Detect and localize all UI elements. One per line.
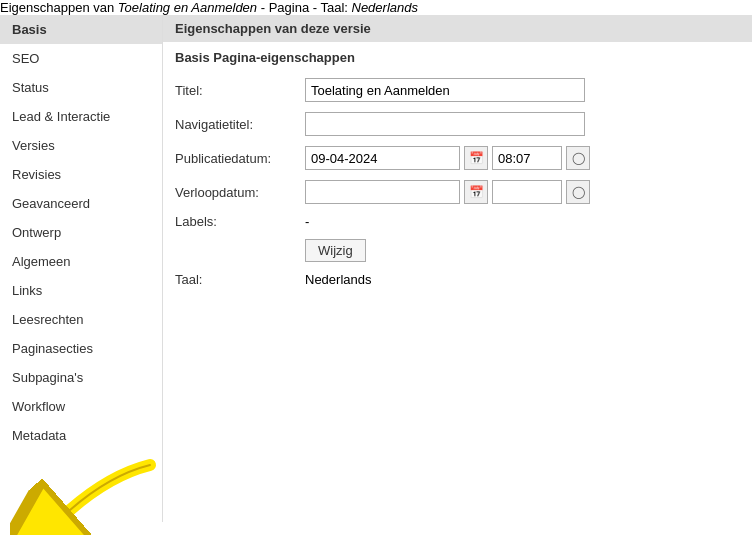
taal-row: Taal: Nederlands [175, 267, 740, 292]
sidebar-item-workflow[interactable]: Workflow [0, 392, 162, 421]
sidebar-item-status[interactable]: Status [0, 73, 162, 102]
sidebar-item-versies[interactable]: Versies [0, 131, 162, 160]
sidebar-item-subpagina-s[interactable]: Subpagina's [0, 363, 162, 392]
titel-label: Titel: [175, 83, 305, 98]
sidebar-item-seo[interactable]: SEO [0, 44, 162, 73]
publicatiedatum-label: Publicatiedatum: [175, 151, 305, 166]
taal-value: Nederlands [305, 272, 740, 287]
verloopdtijd-input[interactable] [492, 180, 562, 204]
taal-label: Taal: [175, 272, 305, 287]
sidebar-item-ontwerp[interactable]: Ontwerp [0, 218, 162, 247]
navigatietitel-row: Navigatietitel: [175, 107, 740, 141]
verloopdatum-value: 📅 ◯ [305, 180, 740, 204]
sidebar-item-geavanceerd[interactable]: Geavanceerd [0, 189, 162, 218]
sidebar-item-algemeen[interactable]: Algemeen [0, 247, 162, 276]
wijzig-button[interactable]: Wijzig [305, 239, 366, 262]
header-language-italic: Nederlands [352, 0, 419, 15]
verloopdatum-row: Verloopdatum: 📅 ◯ [175, 175, 740, 209]
sidebar-item-lead---interactie[interactable]: Lead & Interactie [0, 102, 162, 131]
main-layout: BasisSEOStatusLead & InteractieVersiesRe… [0, 15, 752, 522]
publicatiedatum-row: Publicatiedatum: 📅 ◯ [175, 141, 740, 175]
wijzig-value: Wijzig [305, 239, 740, 262]
publicatietijd-input[interactable] [492, 146, 562, 170]
section-header: Eigenschappen van deze versie [163, 15, 752, 42]
publicatietijd-clock-icon[interactable]: ◯ [566, 146, 590, 170]
verloopdatum-label: Verloopdatum: [175, 185, 305, 200]
verloopdtijd-clock-icon[interactable]: ◯ [566, 180, 590, 204]
date-time-row: 📅 ◯ [305, 146, 740, 170]
content-area: Eigenschappen van deze versie Basis Pagi… [163, 15, 752, 522]
labels-value: - [305, 214, 740, 229]
sidebar-item-paginasecties[interactable]: Paginasecties [0, 334, 162, 363]
verloopdatum-input[interactable] [305, 180, 460, 204]
sidebar-item-revisies[interactable]: Revisies [0, 160, 162, 189]
labels-row: Labels: - [175, 209, 740, 234]
form-table: Titel: Navigatietitel: Publicatiedatum: … [163, 69, 752, 296]
verloopdatum-calendar-icon[interactable]: 📅 [464, 180, 488, 204]
taal-text: Nederlands [305, 272, 372, 287]
header-text: Eigenschappen van Toelating en Aanmelden… [0, 0, 418, 15]
publicatiedatum-calendar-icon[interactable]: 📅 [464, 146, 488, 170]
titel-row: Titel: [175, 73, 740, 107]
page-header: Eigenschappen van Toelating en Aanmelden… [0, 0, 752, 15]
header-title-italic: Toelating en Aanmelden [118, 0, 257, 15]
section-subheader: Basis Pagina-eigenschappen [163, 42, 752, 69]
titel-value [305, 78, 740, 102]
wijzig-row: Wijzig [175, 234, 740, 267]
sidebar-item-leesrechten[interactable]: Leesrechten [0, 305, 162, 334]
sidebar-item-basis[interactable]: Basis [0, 15, 162, 44]
navigatietitel-value [305, 112, 740, 136]
labels-label: Labels: [175, 214, 305, 229]
sidebar-item-metadata[interactable]: Metadata [0, 421, 162, 450]
navigatietitel-label: Navigatietitel: [175, 117, 305, 132]
sidebar: BasisSEOStatusLead & InteractieVersiesRe… [0, 15, 163, 522]
labels-dash: - [305, 214, 309, 229]
sidebar-item-links[interactable]: Links [0, 276, 162, 305]
publicatiedatum-input[interactable] [305, 146, 460, 170]
publicatiedatum-value: 📅 ◯ [305, 146, 740, 170]
titel-input[interactable] [305, 78, 585, 102]
navigatietitel-input[interactable] [305, 112, 585, 136]
verloopdatum-date-time-row: 📅 ◯ [305, 180, 740, 204]
